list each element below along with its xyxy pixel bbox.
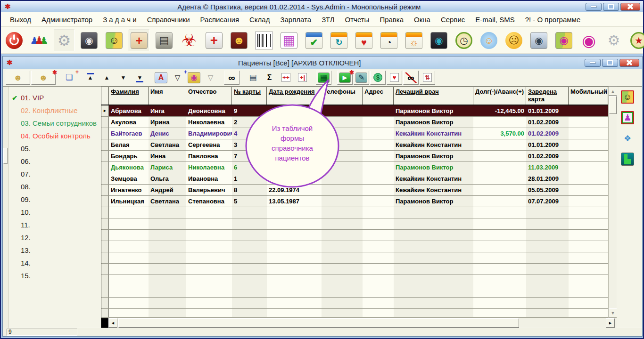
column-header-5[interactable]: Дата рождения	[267, 87, 322, 105]
calendar-check-icon[interactable]: ✔	[304, 30, 324, 51]
horizontal-scroll-thumb[interactable]	[118, 318, 519, 328]
search-icon[interactable]: ∞	[224, 71, 239, 85]
users-icon[interactable]: ♟	[29, 30, 50, 51]
medical-card-icon[interactable]: +	[129, 30, 149, 51]
scroll-down-button[interactable]: ▼	[609, 308, 617, 317]
menu-item-9[interactable]: Правка	[374, 16, 409, 24]
barcode-icon[interactable]	[254, 30, 274, 51]
sidebar-item-13[interactable]: 13.	[8, 244, 101, 257]
column-header-7[interactable]: Адрес	[363, 87, 394, 105]
sidebar-item-11[interactable]: 11.	[8, 218, 101, 231]
dental-panel-icon[interactable]: ▙	[621, 153, 634, 166]
sidebar-item-14[interactable]: 14.	[8, 257, 101, 269]
column-header-8[interactable]: Лечащий врач	[394, 87, 473, 105]
finder-face-icon[interactable]: ☺	[104, 30, 124, 51]
menu-item-11[interactable]: Сервис	[436, 16, 470, 24]
sidebar-item-10[interactable]: 10.	[8, 206, 101, 218]
sidebar-item-01VIP[interactable]: ✔01. VIP	[8, 91, 101, 104]
column-header-10[interactable]: Заведена карта	[526, 87, 569, 105]
card-edit-icon[interactable]: ✎	[354, 71, 369, 85]
power-off-icon[interactable]	[4, 30, 25, 51]
table-row[interactable]: ИгнатенкоАндрейВалерьевич822.09.1974Кежа…	[101, 185, 608, 196]
nav-last-icon[interactable]: ▼	[132, 71, 148, 85]
camera-icon[interactable]: ◉	[528, 30, 549, 51]
menu-item-5[interactable]: Склад	[244, 16, 275, 24]
column-header-6[interactable]: Телефоны	[322, 87, 363, 105]
table-row[interactable]: БелаяСветланаСергеевна3Кежайкин Констант…	[101, 139, 608, 151]
schedule-grid-icon[interactable]: ▦	[279, 30, 299, 51]
sidebar-item-15[interactable]: 15.	[8, 269, 101, 282]
column-header-2[interactable]: Имя	[149, 87, 186, 105]
menu-item-1[interactable]: Администратор	[36, 16, 98, 24]
calendar-refresh-icon[interactable]: ↻	[329, 30, 349, 51]
child-restore-button[interactable]	[602, 59, 618, 67]
eye-icon[interactable]: ◉	[578, 30, 599, 51]
sidebar-item-03[interactable]: 03. Семьи сотрудников	[8, 117, 101, 129]
tv-dashboard-icon[interactable]: ◉	[429, 30, 449, 51]
filter-add-icon[interactable]: ▽+	[170, 71, 185, 85]
increase-all-icon[interactable]: ++	[278, 71, 294, 85]
sidebar-item-06[interactable]: 06.	[8, 155, 101, 168]
copy-icon[interactable]: ❏+	[61, 71, 77, 85]
patient-card-view-icon[interactable]: ☺	[621, 90, 634, 104]
table-row[interactable]	[101, 241, 608, 252]
first-aid-icon[interactable]: +	[204, 30, 224, 51]
menu-item-3[interactable]: Справочники	[142, 16, 195, 24]
bird-icon[interactable]: ❖	[621, 132, 634, 145]
child-close-button[interactable]	[619, 59, 639, 67]
filter-off-icon[interactable]: ▽	[203, 71, 218, 85]
photo-eye-icon[interactable]: ◉	[553, 30, 574, 51]
table-row[interactable]: БайтогаевДенисВладимирович4Кежайкин Конс…	[101, 128, 608, 139]
table-row[interactable]	[101, 264, 608, 275]
vertical-scroll-thumb[interactable]	[609, 96, 617, 114]
column-header-11[interactable]: Мобильный	[569, 87, 608, 105]
patient-add-icon[interactable]: ☻✱	[31, 71, 56, 85]
sidebar-item-04[interactable]: 04. Особый контроль	[8, 129, 101, 142]
table-row[interactable]	[101, 230, 608, 241]
settings-icon[interactable]: ⚙	[54, 30, 74, 51]
green-board-icon[interactable]: ▦	[316, 71, 331, 85]
menu-item-2[interactable]: З а д а ч и	[98, 16, 142, 24]
journals-icon[interactable]: ▤	[154, 30, 174, 51]
sidebar-item-08[interactable]: 08.	[8, 180, 101, 193]
nav-first-icon[interactable]: ▲	[83, 71, 98, 85]
table-row[interactable]	[101, 218, 608, 230]
sidebar-item-07[interactable]: 07.	[8, 168, 101, 180]
table-row[interactable]	[101, 298, 608, 309]
scroll-right-button[interactable]: ►	[606, 318, 615, 328]
alarm-star-icon[interactable]: ★	[628, 30, 644, 51]
menu-item-8[interactable]: Отчеты	[340, 16, 375, 24]
close-button[interactable]	[620, 3, 640, 11]
table-row[interactable]	[101, 275, 608, 286]
column-header-1[interactable]: Фамилия	[109, 87, 149, 105]
sidebar-item-05[interactable]: 05.	[8, 142, 101, 155]
video-archive-icon[interactable]: ◉	[79, 30, 99, 51]
scroll-up-button[interactable]: ▲	[609, 87, 617, 96]
scroll-sync-icon[interactable]: ⇅	[420, 71, 435, 85]
minimize-button[interactable]	[586, 3, 602, 11]
biohazard-icon[interactable]: ☣	[179, 30, 199, 51]
column-header-4[interactable]: № карты	[232, 87, 267, 105]
splitter-handle[interactable]	[3, 148, 8, 164]
table-row[interactable]: ДьяконоваЛарисаНиколаевна6Парамонов Викт…	[101, 162, 608, 173]
favorites-icon[interactable]: ♥	[387, 71, 402, 85]
column-header-3[interactable]: Отчество	[186, 87, 232, 105]
gear-sync-icon[interactable]: ⚙	[603, 30, 624, 51]
table-row[interactable]: АкуловаИринаНиколаевна2Парамонов Виктор0…	[101, 117, 608, 128]
nav-prev-icon[interactable]: ▲	[99, 71, 115, 85]
menu-item-10[interactable]: Окна	[409, 16, 436, 24]
menu-item-13[interactable]: ?! - О программе	[520, 16, 586, 24]
chat-icon[interactable]: ☺	[479, 30, 499, 51]
menu-item-7[interactable]: ЗТЛ	[316, 16, 339, 24]
table-row[interactable]: ►АбрамоваИнгаДеонисовна9Парамонов Виктор…	[101, 105, 608, 117]
calendar-heart-icon[interactable]: ♥	[354, 30, 374, 51]
vertical-scrollbar[interactable]: ▲ ▼	[608, 87, 617, 317]
export-pdf-icon[interactable]: A	[153, 71, 169, 85]
increase-one-icon[interactable]: +|	[295, 71, 310, 85]
horizontal-scrollbar[interactable]: ◄ ►	[101, 317, 617, 328]
column-header-9[interactable]: Долг(-)/Аванс(+)	[473, 87, 526, 105]
table-row[interactable]: ИльницкаяСветланаСтепановна513.05.1987Па…	[101, 196, 608, 207]
sidebar-item-12[interactable]: 12.	[8, 231, 101, 244]
child-minimize-button[interactable]	[585, 59, 601, 67]
table-row[interactable]	[101, 286, 608, 298]
